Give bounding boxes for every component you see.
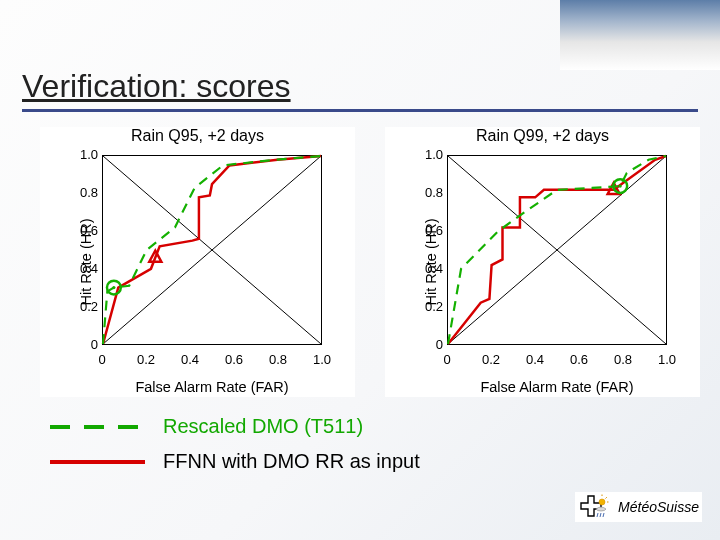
- y-tick: 0.8: [417, 185, 443, 200]
- x-tick: 0: [437, 352, 457, 367]
- x-tick: 0.2: [481, 352, 501, 367]
- y-tick: 0.2: [72, 299, 98, 314]
- banner-image: [560, 0, 720, 70]
- y-tick: 0.2: [417, 299, 443, 314]
- y-tick: 0.8: [72, 185, 98, 200]
- svg-line-16: [603, 513, 604, 517]
- x-tick: 1.0: [657, 352, 677, 367]
- chart-q99: Rain Q99, +2 days Hit Rate (HR) False Al…: [385, 127, 700, 397]
- title-underline: [22, 109, 698, 112]
- swatch-solid-red: [50, 460, 145, 464]
- x-tick: 0: [92, 352, 112, 367]
- y-tick: 0: [72, 337, 98, 352]
- title-block: Verification: scores: [22, 68, 698, 112]
- swatch-dashed-green: [50, 425, 145, 429]
- plot-svg: [103, 156, 321, 344]
- x-tick: 0.6: [569, 352, 589, 367]
- page-title: Verification: scores: [22, 68, 698, 105]
- svg-line-15: [600, 513, 601, 517]
- chart-title: Rain Q95, +2 days: [40, 127, 355, 145]
- chart-title: Rain Q99, +2 days: [385, 127, 700, 145]
- legend: Rescaled DMO (T511) FFNN with DMO RR as …: [50, 415, 420, 485]
- x-tick: 0.8: [268, 352, 288, 367]
- legend-item-dashed: Rescaled DMO (T511): [50, 415, 420, 438]
- svg-line-14: [597, 513, 598, 517]
- y-tick: 0.6: [72, 223, 98, 238]
- chart-q95: Rain Q95, +2 days Hit Rate (HR) False Al…: [40, 127, 355, 397]
- plot-svg: [448, 156, 666, 344]
- svg-point-9: [619, 184, 622, 187]
- swiss-logo-icon: [578, 494, 612, 520]
- x-tick: 0.2: [136, 352, 156, 367]
- plot-area: [102, 155, 322, 345]
- meteosuisse-logo: MétéoSuisse: [575, 492, 702, 522]
- legend-label: FFNN with DMO RR as input: [163, 450, 420, 473]
- x-tick: 0.6: [224, 352, 244, 367]
- y-tick: 0.4: [72, 261, 98, 276]
- plot-area: [447, 155, 667, 345]
- y-tick: 1.0: [417, 147, 443, 162]
- y-tick: 0: [417, 337, 443, 352]
- y-tick: 1.0: [72, 147, 98, 162]
- charts-row: Rain Q95, +2 days Hit Rate (HR) False Al…: [40, 127, 700, 397]
- svg-line-13: [606, 497, 607, 498]
- svg-point-4: [112, 286, 115, 289]
- legend-item-solid: FFNN with DMO RR as input: [50, 450, 420, 473]
- logo-text: MétéoSuisse: [618, 499, 699, 515]
- y-tick: 0.6: [417, 223, 443, 238]
- svg-point-10: [599, 499, 605, 505]
- legend-label: Rescaled DMO (T511): [163, 415, 363, 438]
- x-tick: 0.8: [613, 352, 633, 367]
- y-tick: 0.4: [417, 261, 443, 276]
- x-axis-label: False Alarm Rate (FAR): [447, 379, 667, 395]
- x-axis-label: False Alarm Rate (FAR): [102, 379, 322, 395]
- x-tick: 1.0: [312, 352, 332, 367]
- x-tick: 0.4: [525, 352, 545, 367]
- x-tick: 0.4: [180, 352, 200, 367]
